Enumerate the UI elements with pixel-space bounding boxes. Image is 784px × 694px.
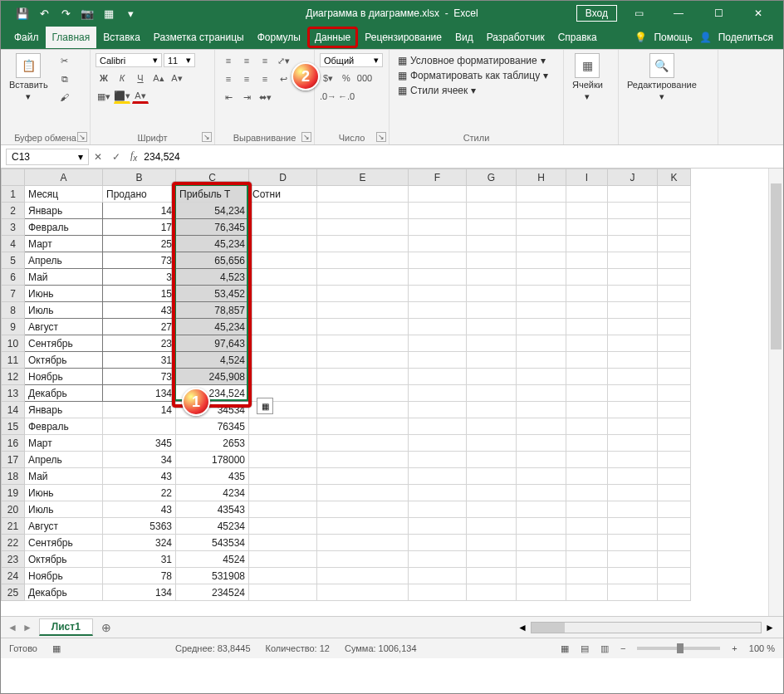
- number-format-combo[interactable]: Общий▾: [320, 53, 383, 67]
- cell[interactable]: [517, 551, 566, 568]
- col-header-C[interactable]: C: [176, 169, 249, 186]
- cell[interactable]: [409, 435, 467, 452]
- cell[interactable]: [517, 369, 566, 385]
- cell[interactable]: [658, 219, 691, 236]
- cell[interactable]: 34: [103, 452, 176, 468]
- row-header[interactable]: 21: [2, 518, 25, 535]
- cell[interactable]: 234524: [176, 584, 249, 601]
- cell[interactable]: [317, 252, 409, 269]
- cell[interactable]: Январь: [25, 203, 103, 219]
- cell[interactable]: [317, 402, 409, 418]
- qat-dropdown-icon[interactable]: ▾: [124, 7, 137, 20]
- cell[interactable]: [517, 352, 566, 369]
- tab-home[interactable]: Главная: [46, 27, 97, 48]
- zoom-slider[interactable]: [637, 647, 720, 650]
- cell[interactable]: [658, 302, 691, 319]
- cell[interactable]: [317, 302, 409, 319]
- cell[interactable]: 345: [103, 435, 176, 452]
- cell[interactable]: Август: [25, 518, 103, 535]
- cell[interactable]: [317, 485, 409, 501]
- cell[interactable]: [409, 468, 467, 485]
- cell[interactable]: [409, 219, 467, 236]
- touchmode-icon[interactable]: ▦: [102, 7, 115, 20]
- cell[interactable]: [317, 186, 409, 203]
- row-header[interactable]: 12: [2, 369, 25, 385]
- cell[interactable]: [409, 518, 467, 535]
- cell[interactable]: 27: [103, 319, 176, 335]
- cell[interactable]: [658, 584, 691, 601]
- cell[interactable]: 25: [103, 236, 176, 252]
- cell[interactable]: [566, 352, 608, 369]
- cell[interactable]: [608, 203, 658, 219]
- cell[interactable]: 2653: [176, 435, 249, 452]
- cell[interactable]: 43: [103, 501, 176, 518]
- cell[interactable]: 45,234: [176, 319, 249, 335]
- cell[interactable]: [467, 319, 517, 335]
- cell[interactable]: [658, 369, 691, 385]
- cell[interactable]: [409, 385, 467, 402]
- cell[interactable]: [517, 252, 566, 269]
- row-header[interactable]: 14: [2, 402, 25, 418]
- dec-decimal-icon[interactable]: ←.0: [338, 89, 355, 104]
- cell[interactable]: [608, 568, 658, 584]
- cell[interactable]: [608, 219, 658, 236]
- cell[interactable]: [249, 518, 317, 535]
- tab-developer[interactable]: Разработчик: [480, 27, 551, 48]
- tab-help[interactable]: Справка: [551, 27, 604, 48]
- copy-icon[interactable]: ⧉: [56, 71, 73, 86]
- cell[interactable]: [467, 203, 517, 219]
- row-header[interactable]: 23: [2, 551, 25, 568]
- cell[interactable]: [409, 568, 467, 584]
- cell[interactable]: [249, 551, 317, 568]
- cell[interactable]: [658, 319, 691, 335]
- cell[interactable]: 17: [103, 219, 176, 236]
- editing-button[interactable]: 🔍Редактирование▾: [624, 53, 700, 102]
- row-header[interactable]: 6: [2, 269, 25, 286]
- cell[interactable]: [608, 468, 658, 485]
- cell[interactable]: [608, 369, 658, 385]
- cell[interactable]: [608, 551, 658, 568]
- cell[interactable]: [608, 302, 658, 319]
- col-header-A[interactable]: A: [25, 169, 103, 186]
- cell[interactable]: [658, 535, 691, 551]
- col-header-B[interactable]: B: [103, 169, 176, 186]
- cell[interactable]: 45,234: [176, 236, 249, 252]
- cell[interactable]: Продано: [103, 186, 176, 203]
- tab-review[interactable]: Рецензирование: [358, 27, 448, 48]
- maximize-icon[interactable]: ☐: [700, 2, 737, 25]
- cell[interactable]: [317, 269, 409, 286]
- cell[interactable]: [658, 418, 691, 435]
- cell[interactable]: [249, 269, 317, 286]
- cell[interactable]: Август: [25, 319, 103, 335]
- row-header[interactable]: 11: [2, 352, 25, 369]
- row-header[interactable]: 25: [2, 584, 25, 601]
- cell[interactable]: [566, 186, 608, 203]
- cell[interactable]: 3: [103, 269, 176, 286]
- cell[interactable]: [658, 485, 691, 501]
- cell[interactable]: 4,524: [176, 352, 249, 369]
- cell[interactable]: Ноябрь: [25, 568, 103, 584]
- percent-icon[interactable]: %: [338, 71, 355, 86]
- cell[interactable]: [658, 435, 691, 452]
- cell[interactable]: [467, 252, 517, 269]
- zoom-level[interactable]: 100 %: [749, 643, 775, 653]
- cell[interactable]: 543534: [176, 535, 249, 551]
- cut-icon[interactable]: ✂: [56, 53, 73, 68]
- cell[interactable]: [317, 584, 409, 601]
- cell[interactable]: [517, 501, 566, 518]
- cell[interactable]: [566, 535, 608, 551]
- tab-insert[interactable]: Вставка: [96, 27, 147, 48]
- cell[interactable]: 14: [103, 203, 176, 219]
- cell[interactable]: [317, 219, 409, 236]
- cell[interactable]: [658, 236, 691, 252]
- cell[interactable]: Октябрь: [25, 551, 103, 568]
- row-header[interactable]: 8: [2, 302, 25, 319]
- cell[interactable]: [317, 286, 409, 302]
- cell[interactable]: [317, 236, 409, 252]
- font-combo[interactable]: Calibri▾: [96, 53, 162, 67]
- row-header[interactable]: 15: [2, 418, 25, 435]
- cell[interactable]: [608, 352, 658, 369]
- cell[interactable]: [517, 485, 566, 501]
- cell[interactable]: 45234: [176, 518, 249, 535]
- cell[interactable]: 4,523: [176, 269, 249, 286]
